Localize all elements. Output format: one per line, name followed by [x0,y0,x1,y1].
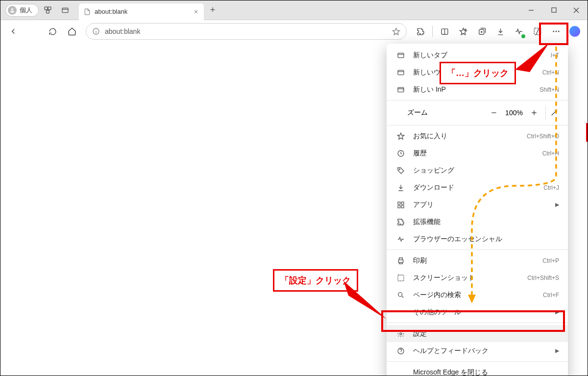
zoom-in-button[interactable] [526,106,542,120]
downloads-icon[interactable] [491,23,509,40]
chevron-right-icon: ▶ [555,348,559,354]
svg-point-17 [399,169,400,170]
star-icon [395,132,406,140]
menu-label: 印刷 [413,256,427,265]
workspaces-icon[interactable] [39,6,56,14]
more-menu: 新しいタブ l+T 新しいウィ Ctrl+N 新しい InP Shift+N ズ… [387,44,568,376]
svg-rect-13 [398,53,404,57]
refresh-button[interactable] [44,23,61,40]
menu-history[interactable]: 履歴 Ctrl+H [387,145,568,162]
new-tab-icon [395,51,406,59]
menu-screenshot[interactable]: スクリーンショット Ctrl+Shift+S [387,269,568,286]
svg-rect-19 [401,202,404,204]
performance-icon[interactable] [510,23,528,40]
menu-label: スクリーンショット [413,274,475,282]
menu-shortcut: Shift+N [539,86,559,93]
menu-apps[interactable]: アプリ ▶ [387,196,568,213]
menu-label: ショッピング [413,166,454,175]
inprivate-icon [395,86,406,94]
download-icon [395,184,406,192]
back-button[interactable] [4,23,22,40]
fullscreen-button[interactable] [545,106,562,120]
favorite-star-icon[interactable] [392,27,400,36]
browser-tab[interactable]: about:blank [79,3,204,20]
edge-accent [586,123,588,142]
menu-essentials[interactable]: ブラウザーのエッセンシャル [387,230,568,248]
screenshot-icon[interactable] [529,23,546,40]
tab-actions-icon[interactable] [56,6,74,14]
menu-more-tools[interactable]: その他のツール ▶ [387,303,568,321]
history-icon [395,150,406,157]
svg-point-24 [398,292,402,296]
titlebar: 個人 about:blank + [0,0,588,20]
menu-label: ブラウザーのエッセンシャル [413,235,502,244]
zoom-out-button[interactable] [486,106,502,120]
minimize-button[interactable] [520,0,542,20]
menu-label: ダウンロード [413,183,454,192]
close-window-button[interactable] [565,0,588,20]
collections-icon[interactable] [473,23,490,40]
svg-rect-18 [398,202,400,204]
svg-point-11 [556,31,557,32]
menu-shortcut: Ctrl+N [542,69,559,76]
menu-favorites[interactable]: お気に入り Ctrl+Shift+O [387,127,568,145]
maximize-button[interactable] [542,0,565,20]
gear-icon [395,330,406,338]
svg-point-25 [400,333,402,335]
more-menu-button[interactable] [547,23,565,40]
svg-rect-21 [401,205,404,208]
menu-shopping[interactable]: ショッピング [387,162,568,179]
home-button[interactable] [63,23,81,40]
menu-close-edge[interactable]: Microsoft Edge を閉じる [387,364,568,376]
svg-rect-4 [62,8,68,12]
toolbar: about:blank [0,20,588,43]
new-tab-button[interactable]: + [204,5,221,15]
chevron-right-icon: ▶ [555,201,559,208]
menu-downloads[interactable]: ダウンロード Ctrl+J [387,179,568,196]
menu-label: Microsoft Edge を閉じる [413,368,488,376]
menu-print[interactable]: 印刷 Ctrl+P [387,252,568,269]
svg-point-12 [558,31,560,32]
menu-label: 設定 [413,329,427,338]
puzzle-icon [395,218,406,226]
copilot-icon[interactable] [566,23,584,40]
zoom-value: 100% [502,109,526,117]
menu-label: 新しい InP [413,85,446,94]
svg-point-10 [553,31,554,32]
menu-shortcut: Ctrl+Shift+S [527,275,559,281]
help-icon [395,347,406,355]
svg-rect-22 [398,260,403,262]
menu-new-tab[interactable]: 新しいタブ l+T [387,47,568,64]
menu-zoom-row: ズーム 100% [387,102,568,123]
menu-label: アプリ [413,201,434,209]
svg-rect-5 [551,8,556,12]
search-icon [395,291,406,299]
svg-rect-23 [398,275,404,281]
menu-find[interactable]: ページ内の検索 Ctrl+F [387,286,568,303]
avatar-icon [8,6,17,15]
zoom-label: ズーム [407,108,486,117]
close-tab-icon[interactable] [193,9,199,15]
profile-button[interactable]: 個人 [5,4,39,17]
menu-shortcut: Ctrl+J [543,184,559,191]
print-icon [395,257,406,265]
menu-help[interactable]: ヘルプとフィードバック ▶ [387,342,568,359]
menu-settings[interactable]: 設定 [387,325,568,342]
menu-label: ヘルプとフィードバック [413,347,489,355]
profile-label: 個人 [20,6,32,15]
split-screen-icon[interactable] [436,23,453,40]
favorites-icon[interactable] [454,23,472,40]
menu-label: 新しいタブ [413,51,447,60]
tag-icon [395,167,406,175]
svg-rect-1 [45,7,48,10]
menu-label: 拡張機能 [413,218,441,226]
address-bar[interactable]: about:blank [86,23,407,40]
extensions-icon[interactable] [412,23,429,40]
menu-label: ページ内の検索 [413,291,461,300]
menu-extensions[interactable]: 拡張機能 [387,213,568,230]
apps-icon [395,201,406,209]
page-icon [84,8,91,15]
menu-shortcut: Ctrl+P [542,257,559,264]
svg-rect-2 [48,7,51,10]
site-info-icon[interactable] [92,27,100,35]
